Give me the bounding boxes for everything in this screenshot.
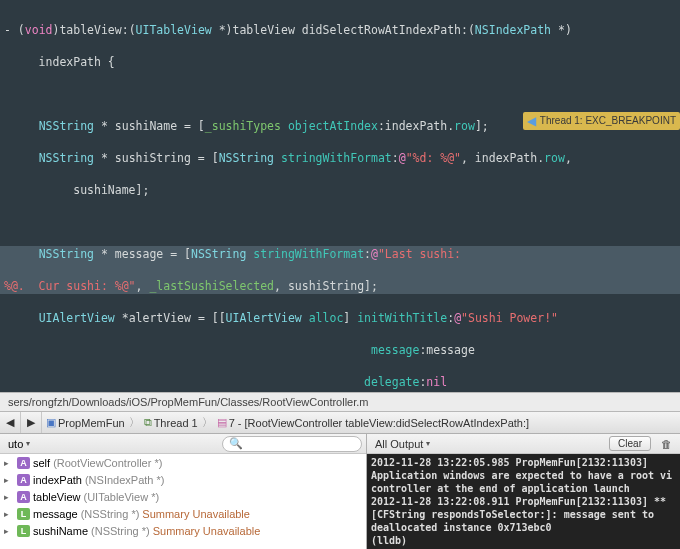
variable-type: (NSIndexPath *) — [85, 474, 164, 486]
console-view[interactable]: All Output ▾ Clear 🗑 2012-11-28 13:22:05… — [367, 434, 680, 549]
disclosure-triangle-icon[interactable]: ▸ — [4, 509, 14, 519]
variable-name: sushiName — [33, 525, 88, 537]
chevron-right-icon: ▶ — [27, 416, 35, 429]
chevron-left-icon: ◀ — [6, 416, 14, 429]
variable-type: (RootViewController *) — [53, 457, 162, 469]
variable-name: indexPath — [33, 474, 82, 486]
variable-summary: Summary Unavailable — [153, 525, 261, 537]
variable-row[interactable]: ▸Aself (RootViewController *) — [0, 454, 366, 471]
disclosure-triangle-icon[interactable]: ▸ — [4, 526, 14, 536]
chevron-right-icon: 〉 — [129, 415, 140, 430]
clear-button[interactable]: Clear — [609, 436, 651, 451]
disclosure-triangle-icon[interactable]: ▸ — [4, 458, 14, 468]
search-icon: 🔍 — [229, 437, 243, 450]
variable-kind-badge: A — [17, 457, 30, 469]
console-filter-popup[interactable]: All Output ▾ — [371, 436, 434, 452]
variable-summary: Summary Unavailable — [142, 508, 250, 520]
trash-icon[interactable]: 🗑 — [657, 438, 676, 450]
history-forward-button[interactable]: ▶ — [21, 412, 42, 433]
breakpoint-indicator[interactable]: ◀Thread 1: EXC_BREAKPOINT — [523, 112, 680, 130]
frame-crumb[interactable]: ▤ 7 - [RootViewController tableView:didS… — [213, 416, 533, 429]
variable-row[interactable]: ▸AtableView (UITableView *) — [0, 488, 366, 505]
variable-kind-badge: L — [17, 508, 30, 520]
highlighted-line: NSString * message = [NSString stringWit… — [0, 246, 680, 294]
disclosure-triangle-icon[interactable]: ▸ — [4, 492, 14, 502]
debug-navigator-bar: ◀ ▶ ▣ PropMemFun 〉 ⧉ Thread 1 〉 ▤ 7 - [R… — [0, 412, 680, 434]
variable-type: (NSString *) — [81, 508, 140, 520]
variables-view[interactable]: uto ▾ 🔍 ▸Aself (RootViewController *) ▸A… — [0, 434, 367, 549]
arrow-left-icon: ◀ — [527, 113, 536, 129]
chevron-updown-icon: ▾ — [426, 439, 430, 448]
history-back-button[interactable]: ◀ — [0, 412, 21, 433]
variables-search-input[interactable]: 🔍 — [222, 436, 362, 452]
variables-header: uto ▾ 🔍 — [0, 434, 366, 454]
chevron-updown-icon: ▾ — [26, 439, 30, 448]
variable-name: message — [33, 508, 78, 520]
debug-area: uto ▾ 🔍 ▸Aself (RootViewController *) ▸A… — [0, 434, 680, 549]
project-icon: ▣ — [46, 416, 56, 429]
chevron-right-icon: 〉 — [202, 415, 213, 430]
variables-scope-popup[interactable]: uto ▾ — [4, 436, 34, 452]
project-crumb[interactable]: ▣ PropMemFun — [42, 416, 129, 429]
file-path-bar: sers/rongfzh/Downloads/iOS/PropMemFun/Cl… — [0, 392, 680, 412]
variable-type: (NSString *) — [91, 525, 150, 537]
variable-kind-badge: A — [17, 491, 30, 503]
code: - ( — [4, 23, 25, 37]
disclosure-triangle-icon[interactable]: ▸ — [4, 475, 14, 485]
file-path: sers/rongfzh/Downloads/iOS/PropMemFun/Cl… — [6, 396, 371, 408]
variable-kind-badge: A — [17, 474, 30, 486]
variable-row[interactable]: ▸Lmessage (NSString *) Summary Unavailab… — [0, 505, 366, 522]
variable-name: self — [33, 457, 50, 469]
thread-crumb[interactable]: ⧉ Thread 1 — [140, 416, 202, 429]
code-editor[interactable]: - (void)tableView:(UITableView *)tableVi… — [0, 0, 680, 392]
variable-row[interactable]: ▸AindexPath (NSIndexPath *) — [0, 471, 366, 488]
variable-row[interactable]: ▸LsushiName (NSString *) Summary Unavail… — [0, 522, 366, 539]
thread-icon: ⧉ — [144, 416, 152, 429]
variable-name: tableView — [33, 491, 81, 503]
console-output[interactable]: 2012-11-28 13:22:05.985 PropMemFun[2132:… — [367, 454, 680, 549]
variable-type: (UITableView *) — [84, 491, 160, 503]
frame-icon: ▤ — [217, 416, 227, 429]
console-header: All Output ▾ Clear 🗑 — [367, 434, 680, 454]
variable-kind-badge: L — [17, 525, 30, 537]
